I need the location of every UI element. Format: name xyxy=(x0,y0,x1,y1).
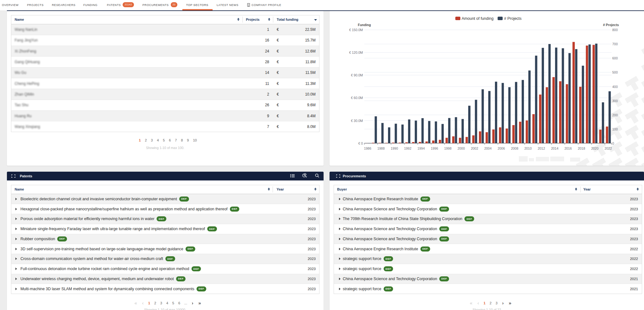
svg-text:2012: 2012 xyxy=(538,147,545,150)
svg-text:2006: 2006 xyxy=(497,147,505,150)
svg-text:2018: 2018 xyxy=(578,147,585,150)
svg-text:2008: 2008 xyxy=(511,147,519,150)
svg-text:2022: 2022 xyxy=(604,147,612,150)
svg-text:Funding: Funding xyxy=(358,23,371,27)
svg-text:€ 30.0M: € 30.0M xyxy=(351,119,363,123)
svg-text:500: 500 xyxy=(612,70,618,74)
svg-text:2004: 2004 xyxy=(484,147,492,150)
svg-text:1994: 1994 xyxy=(417,147,425,150)
svg-text:700: 700 xyxy=(612,42,618,46)
svg-text:1988: 1988 xyxy=(377,147,385,150)
svg-text:2014: 2014 xyxy=(551,147,558,150)
svg-text:100: 100 xyxy=(612,127,618,131)
svg-text:0: 0 xyxy=(612,141,614,145)
svg-text:200: 200 xyxy=(612,113,618,117)
svg-text:1998: 1998 xyxy=(444,147,452,150)
svg-text:400: 400 xyxy=(612,85,618,89)
svg-text:300: 300 xyxy=(612,99,618,103)
svg-text:€ 90.0M: € 90.0M xyxy=(351,73,363,77)
svg-text:2002: 2002 xyxy=(471,147,478,150)
svg-text:1996: 1996 xyxy=(431,147,438,150)
svg-text:2000: 2000 xyxy=(458,147,465,150)
svg-text:# Projects: # Projects xyxy=(504,16,522,21)
svg-text:# Projects: # Projects xyxy=(603,23,619,27)
svg-text:Amount of funding: Amount of funding xyxy=(462,16,494,21)
svg-text:€ 60.0M: € 60.0M xyxy=(351,96,363,100)
svg-text:2010: 2010 xyxy=(524,147,532,150)
svg-text:€ 150.0M: € 150.0M xyxy=(349,28,363,32)
svg-text:1986: 1986 xyxy=(364,147,371,150)
svg-text:2020: 2020 xyxy=(591,147,599,150)
svg-text:€ 0: € 0 xyxy=(358,141,363,145)
svg-text:€ 120.0M: € 120.0M xyxy=(349,51,363,54)
svg-text:1990: 1990 xyxy=(391,147,398,150)
svg-text:2016: 2016 xyxy=(564,147,572,150)
svg-text:1992: 1992 xyxy=(404,147,412,150)
svg-text:800: 800 xyxy=(612,28,618,32)
svg-text:600: 600 xyxy=(612,56,618,60)
